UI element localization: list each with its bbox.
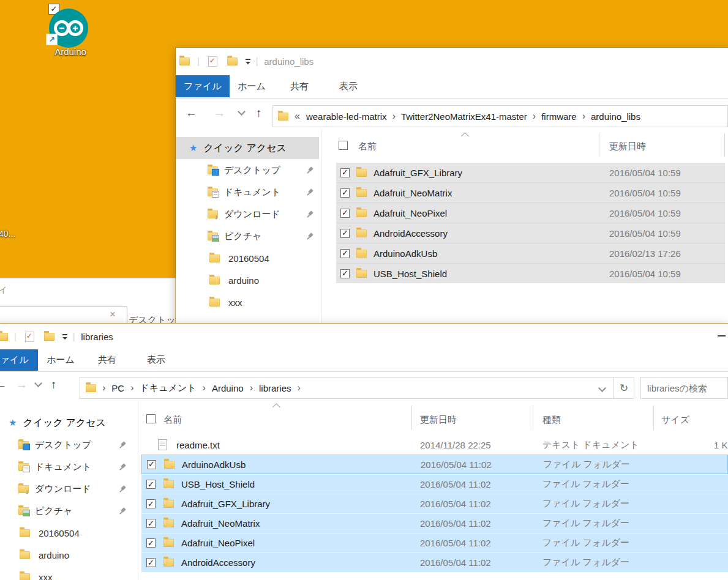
- table-row[interactable]: Adafruit_NeoPixel 2016/05/04 10:59: [336, 203, 725, 223]
- checkbox[interactable]: [146, 519, 156, 528]
- sidebar-item-downloads[interactable]: ↓ ダウンロード: [0, 478, 138, 500]
- column-header-name[interactable]: 名前: [163, 414, 182, 426]
- breadcrumb-item[interactable]: ドキュメント: [140, 382, 197, 394]
- tab-share[interactable]: 共有: [92, 349, 122, 371]
- tab-home[interactable]: ホーム: [43, 349, 78, 371]
- breadcrumb-item[interactable]: Arduino: [212, 383, 244, 393]
- table-row[interactable]: readme.txt 2014/11/28 22:25 テキスト ドキュメント …: [141, 435, 728, 455]
- arduino-shortcut[interactable]: ↗ Arduino: [37, 0, 104, 64]
- tab-view[interactable]: 表示: [332, 75, 364, 97]
- close-icon[interactable]: ×: [110, 308, 116, 321]
- history-caret-icon[interactable]: [34, 379, 42, 387]
- tab-file[interactable]: ファイル: [176, 75, 230, 97]
- breadcrumb-chevron-icon[interactable]: ›: [297, 383, 300, 393]
- breadcrumb-item[interactable]: libraries: [259, 383, 291, 393]
- sidebar-item-desktop[interactable]: デスクトップ: [176, 159, 321, 181]
- breadcrumb-item[interactable]: arduino_libs: [591, 111, 640, 122]
- properties-check-icon[interactable]: [208, 56, 217, 67]
- tab-home[interactable]: ホーム: [235, 75, 269, 97]
- address-dropdown-caret-icon[interactable]: [598, 384, 606, 392]
- breadcrumb-chevron-icon[interactable]: ›: [582, 111, 585, 121]
- column-header-date[interactable]: 更新日時: [420, 414, 457, 426]
- column-divider[interactable]: [599, 133, 599, 157]
- tab-file[interactable]: ファイル: [0, 349, 38, 371]
- up-icon[interactable]: ↑: [256, 107, 262, 119]
- sidebar-item-xxx[interactable]: xxx: [176, 291, 321, 313]
- checkbox[interactable]: [340, 249, 350, 258]
- table-row[interactable]: ArduinoAdkUsb 2016/02/13 17:26: [336, 244, 725, 264]
- new-folder-icon[interactable]: [227, 58, 238, 65]
- sidebar-item-downloads[interactable]: ↓ ダウンロード: [176, 203, 321, 225]
- new-folder-icon[interactable]: [44, 333, 54, 341]
- refresh-button[interactable]: ↻: [614, 377, 634, 399]
- checkbox[interactable]: [146, 558, 156, 567]
- tab-view[interactable]: 表示: [141, 349, 171, 371]
- breadcrumb-chevron-icon[interactable]: ›: [392, 111, 396, 121]
- select-all-checkbox[interactable]: [146, 414, 156, 423]
- address-bar[interactable]: « wearable-led-matrix › Twitter2NeoMatri…: [272, 105, 728, 127]
- minimize-icon[interactable]: [718, 335, 726, 336]
- checkbox[interactable]: [146, 480, 156, 489]
- checkbox[interactable]: [340, 209, 350, 218]
- customize-toolbar-caret-icon[interactable]: [62, 333, 68, 340]
- breadcrumb-chevron-icon[interactable]: ›: [102, 383, 105, 393]
- column-divider[interactable]: [653, 406, 654, 430]
- sidebar-item-documents[interactable]: ドキュメント: [0, 456, 138, 478]
- checkbox[interactable]: [146, 499, 156, 508]
- breadcrumb-chevron-icon[interactable]: ›: [533, 111, 536, 121]
- table-row[interactable]: AndroidAccessory 2016/05/04 11:02 ファイル フ…: [141, 552, 728, 572]
- tab-share[interactable]: 共有: [283, 75, 315, 97]
- breadcrumb-item[interactable]: PC: [111, 383, 124, 393]
- table-row[interactable]: Adafruit_GFX_Library 2016/05/04 10:59: [336, 163, 725, 183]
- column-divider[interactable]: [411, 406, 412, 430]
- select-all-checkbox[interactable]: [339, 141, 348, 150]
- table-row[interactable]: USB_Host_Shield 2016/05/04 10:59: [336, 264, 725, 283]
- sidebar-item-arduino[interactable]: arduino: [0, 544, 138, 566]
- back-icon[interactable]: ←: [186, 107, 197, 119]
- sidebar-item-documents[interactable]: ドキュメント: [176, 181, 321, 203]
- up-icon[interactable]: ↑: [51, 379, 57, 390]
- breadcrumb-item[interactable]: firmware: [541, 111, 577, 122]
- sidebar-item-20160504[interactable]: 20160504: [0, 522, 138, 544]
- table-row[interactable]: Adafruit_NeoMatrix 2016/05/04 11:02 ファイル…: [141, 513, 728, 533]
- column-header-size[interactable]: サイズ: [661, 414, 689, 426]
- breadcrumb-item[interactable]: Twitter2NeoMatrixEx41-master: [401, 111, 527, 122]
- checkbox[interactable]: [147, 460, 156, 469]
- title-bar[interactable]: | | arduino_libs: [176, 48, 728, 75]
- column-divider[interactable]: [724, 133, 725, 157]
- sidebar-item-desktop[interactable]: デスクトップ: [0, 434, 138, 456]
- title-bar[interactable]: | | libraries: [0, 324, 728, 349]
- checkbox[interactable]: [146, 538, 156, 548]
- breadcrumb-chevron-icon[interactable]: ›: [130, 383, 133, 393]
- sidebar-item-20160504[interactable]: 20160504: [176, 247, 321, 269]
- column-header-type[interactable]: 種類: [542, 414, 561, 426]
- table-row[interactable]: Adafruit_NeoMatrix 2016/05/04 10:59: [336, 183, 725, 203]
- chevrons-collapsed-icon[interactable]: «: [295, 111, 300, 121]
- sidebar-item-pictures[interactable]: ピクチャ: [0, 500, 138, 522]
- back-icon[interactable]: ←: [0, 379, 7, 390]
- address-bar[interactable]: › PC › ドキュメント › Arduino › libraries ›: [80, 377, 614, 399]
- customize-toolbar-caret-icon[interactable]: [245, 58, 251, 65]
- sidebar-item-arduino[interactable]: arduino: [176, 269, 321, 291]
- forward-icon[interactable]: →: [214, 107, 225, 119]
- checkbox[interactable]: [340, 229, 350, 238]
- checkbox[interactable]: [340, 168, 350, 177]
- table-row[interactable]: AndroidAccessory 2016/05/04 10:59: [336, 223, 725, 244]
- table-row[interactable]: Adafruit_GFX_Library 2016/05/04 11:02 ファ…: [141, 494, 728, 513]
- column-divider[interactable]: [533, 406, 533, 430]
- breadcrumb-chevron-icon[interactable]: ›: [203, 383, 206, 393]
- table-row[interactable]: USB_Host_Shield 2016/05/04 11:02 ファイル フォ…: [141, 474, 728, 494]
- breadcrumb-chevron-icon[interactable]: ›: [250, 383, 253, 393]
- properties-check-icon[interactable]: [25, 332, 34, 342]
- table-row[interactable]: Adafruit_NeoPixel 2016/05/04 11:02 ファイル …: [141, 533, 728, 552]
- column-header-name[interactable]: 名前: [358, 141, 377, 152]
- table-row[interactable]: ArduinoAdkUsb 2016/05/04 11:02 ファイル フォルダ…: [141, 455, 728, 474]
- sidebar-item-xxx[interactable]: xxx: [0, 566, 138, 580]
- sidebar-item-quick-access[interactable]: クイック アクセス: [176, 137, 319, 159]
- search-input[interactable]: [640, 377, 728, 399]
- checkbox[interactable]: [340, 269, 350, 278]
- history-caret-icon[interactable]: [238, 108, 246, 116]
- forward-icon[interactable]: →: [16, 379, 28, 390]
- checkbox[interactable]: [340, 188, 350, 198]
- sidebar-item-pictures[interactable]: ピクチャ: [176, 225, 321, 247]
